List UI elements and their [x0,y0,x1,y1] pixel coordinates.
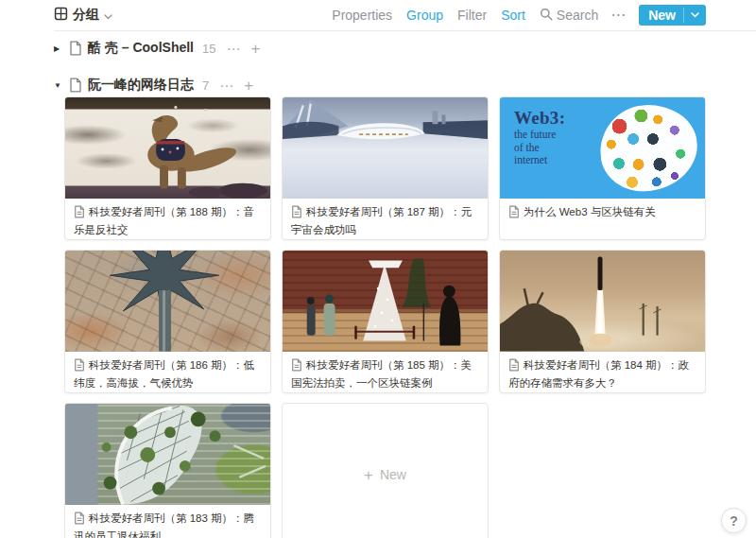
card-title: 科技爱好者周刊（第 184 期）：政府的存储需求有多大？ [500,352,705,393]
toolbar-divider [54,30,756,31]
plaza-scene-illustration [283,251,488,352]
group-more-icon[interactable]: ⋯ [226,42,240,56]
card-title-text: 科技爱好者周刊（第 187 期）：元宇宙会成功吗 [291,206,472,235]
document-icon [74,515,85,527]
card-cover-city-aerial [65,251,270,352]
card-issue-185[interactable]: 科技爱好者周刊（第 185 期）：美国宪法拍卖，一个区块链案例 [282,250,489,393]
document-icon [74,362,85,373]
view-toolbar: 分组 Properties Group Filter Sort Search ⋯… [0,0,756,30]
group-list: ▶ 酷 壳 – CoolShell 15 ⋯ + ▼ 阮一峰的网络日志 7 ⋯ … [0,38,756,95]
new-card-button[interactable]: + New [282,403,489,538]
web3-cover-line: internet [514,154,565,167]
card-issue-188[interactable]: 科技爱好者周刊（第 188 期）：音乐是反社交 [64,96,271,240]
group-title[interactable]: 阮一峰的网络日志 [88,77,194,94]
card-title-text: 为什么 Web3 与区块链有关 [524,206,656,217]
card-title-text: 科技爱好者周刊（第 188 期）：音乐是反社交 [74,206,254,235]
sort-button[interactable]: Sort [501,8,525,23]
search-label: Search [557,8,598,23]
snow-resort-illustration [283,97,488,199]
card-title-text: 科技爱好者周刊（第 185 期）：美国宪法拍卖，一个区块链案例 [291,359,472,389]
chevron-down-icon [104,7,112,24]
star-sculpture-illustration [65,251,270,352]
card-cover-snow-resort [283,97,488,199]
card-cover-dinosaur-museum [65,97,270,199]
web3-cover-line: of the [514,142,565,155]
new-card-content: + New [364,467,406,483]
card-cover-plaza [283,251,488,352]
group-count: 7 [202,78,209,93]
collapse-toggle-icon[interactable]: ▶ [54,44,69,53]
card-title: 为什么 Web3 与区块链有关 [500,199,705,230]
more-options-button[interactable]: ⋯ [610,8,626,23]
group-title[interactable]: 酷 壳 – CoolShell [88,40,194,57]
card-title: 科技爱好者周刊（第 187 期）：元宇宙会成功吗 [283,199,488,240]
document-icon [291,362,302,373]
properties-button[interactable]: Properties [332,8,392,23]
group-add-icon[interactable]: + [244,78,253,94]
card-issue-187[interactable]: 科技爱好者周刊（第 187 期）：元宇宙会成功吗 [282,96,489,240]
card-issue-183[interactable]: 科技爱好者周刊（第 183 期）：腾讯的员工退休福利 [64,403,271,538]
page-icon [69,41,82,56]
document-icon [508,362,520,373]
card-title-text: 科技爱好者周刊（第 183 期）：腾讯的员工退休福利 [74,512,254,538]
helix-building-illustration [65,404,270,505]
card-title: 科技爱好者周刊（第 185 期）：美国宪法拍卖，一个区块链案例 [283,352,488,393]
help-question-mark: ? [730,513,738,529]
web3-cover-heading: Web3: [514,108,565,129]
card-title: 科技爱好者周刊（第 183 期）：腾讯的员工退休福利 [65,505,270,538]
web3-cover-line: the future [514,129,565,142]
card-cover-web3: Web3: the future of the internet [500,97,705,199]
group-row-coolshell: ▶ 酷 壳 – CoolShell 15 ⋯ + [54,38,756,59]
filter-button[interactable]: Filter [457,8,487,23]
plus-icon: + [364,467,373,483]
view-title: 分组 [73,7,99,24]
new-card-label: New [380,467,406,482]
card-issue-186[interactable]: 科技爱好者周刊（第 186 期）：低纬度，高海拔，气候优势 [64,250,271,393]
dinosaur-illustration [65,97,270,199]
card-issue-184[interactable]: 科技爱好者周刊（第 184 期）：政府的存储需求有多大？ [499,250,706,393]
notion-gallery-page: 分组 Properties Group Filter Sort Search ⋯… [0,0,756,538]
expand-toggle-icon[interactable]: ▼ [54,81,69,90]
card-cover-rocket [500,251,705,352]
web3-cover-text: Web3: the future of the internet [514,108,565,167]
card-title: 科技爱好者周刊（第 188 期）：音乐是反社交 [65,199,270,240]
gallery-grid-icon [54,7,68,25]
page-icon [69,78,82,93]
search-button[interactable]: Search [540,8,598,24]
help-button[interactable]: ? [721,508,747,533]
card-title: 科技爱好者周刊（第 186 期）：低纬度，高海拔，气候优势 [65,352,270,393]
new-button[interactable]: New [639,5,706,26]
group-add-icon[interactable]: + [250,41,260,57]
card-title-text: 科技爱好者周刊（第 184 期）：政府的存储需求有多大？ [508,359,689,389]
card-cover-helix-building [65,404,270,505]
document-icon [508,209,520,220]
view-switcher[interactable]: 分组 [54,7,112,25]
group-count: 15 [202,42,215,56]
card-web3[interactable]: Web3: the future of the internet 为什么 Web… [499,96,706,240]
group-more-icon[interactable]: ⋯ [219,78,233,93]
group-button[interactable]: Group [406,8,443,23]
web3-icons-illustration [596,101,701,196]
new-button-chevron[interactable] [684,5,706,26]
gallery-grid: 科技爱好者周刊（第 188 期）：音乐是反社交 科技爱好者周刊（第 187 期）… [64,96,756,538]
new-button-label[interactable]: New [639,5,683,26]
search-icon [540,8,553,24]
rocket-launch-illustration [500,251,705,352]
document-icon [74,209,85,220]
card-title-text: 科技爱好者周刊（第 186 期）：低纬度，高海拔，气候优势 [74,359,254,389]
document-icon [291,209,302,220]
group-row-ruanyifeng: ▼ 阮一峰的网络日志 7 ⋯ + [54,75,756,95]
